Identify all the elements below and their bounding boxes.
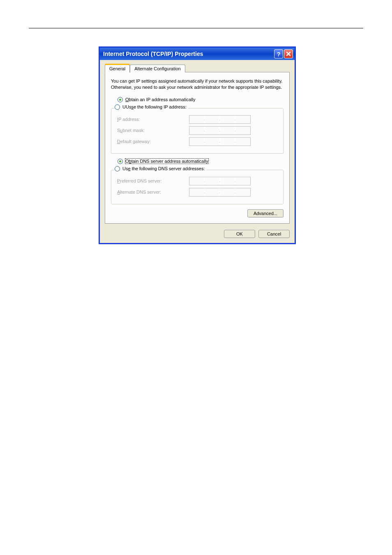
radio-icon xyxy=(115,166,120,171)
advanced-button[interactable]: Advanced... xyxy=(247,209,284,217)
dialog-footer: OK Cancel xyxy=(105,230,290,238)
preferred-dns-input[interactable]: ... xyxy=(189,177,251,185)
description-text: You can get IP settings assigned automat… xyxy=(111,78,284,90)
dns-group: Use the following DNS server addresses: … xyxy=(111,170,284,204)
radio-obtain-ip-auto[interactable]: Obtain an IP address automatically xyxy=(118,97,284,102)
tab-panel-general: You can get IP settings assigned automat… xyxy=(105,72,290,224)
alternate-dns-row: Alternate DNS server: ... xyxy=(117,188,277,197)
ip-address-row: IP address: ... xyxy=(117,115,277,124)
subnet-mask-label: Subnet mask: xyxy=(117,128,189,133)
radio-label: Obtain DNS server address automatically xyxy=(125,159,208,164)
close-button[interactable] xyxy=(284,49,293,58)
default-gateway-row: Default gateway: ... xyxy=(117,137,277,146)
radio-icon xyxy=(118,97,123,102)
default-gateway-input[interactable]: ... xyxy=(189,137,251,146)
titlebar[interactable]: Internet Protocol (TCP/IP) Properties ? xyxy=(100,48,295,60)
page-horizontal-rule xyxy=(29,28,363,28)
cancel-button[interactable]: Cancel xyxy=(258,230,290,238)
help-button[interactable]: ? xyxy=(274,49,283,58)
subnet-mask-input[interactable]: ... xyxy=(189,126,251,135)
ip-address-group: UUsse the following IP address:e the fol… xyxy=(111,108,284,154)
tcp-ip-properties-dialog: Internet Protocol (TCP/IP) Properties ? … xyxy=(99,46,296,244)
radio-use-following-ip[interactable]: UUsse the following IP address:e the fol… xyxy=(115,104,188,110)
tab-alternate-configuration[interactable]: Alternate Configuration xyxy=(130,65,185,72)
ip-address-label: IP address: xyxy=(117,117,189,122)
advanced-row: Advanced... xyxy=(111,209,284,217)
tab-general[interactable]: General xyxy=(105,65,130,73)
radio-label: UUsse the following IP address:e the fol… xyxy=(122,104,187,109)
radio-icon xyxy=(115,104,120,110)
ok-button[interactable]: OK xyxy=(224,230,255,238)
titlebar-text: Internet Protocol (TCP/IP) Properties xyxy=(103,51,273,57)
alternate-dns-input[interactable]: ... xyxy=(189,188,251,197)
radio-label: Obtain an IP address automatically xyxy=(125,97,195,102)
preferred-dns-label: Preferred DNS server: xyxy=(117,178,189,183)
radio-label: Use the following DNS server addresses: xyxy=(122,166,205,171)
dialog-body: General Alternate Configuration You can … xyxy=(100,60,295,243)
default-gateway-label: Default gateway: xyxy=(117,139,189,144)
radio-icon xyxy=(118,159,123,164)
subnet-mask-row: Subnet mask: ... xyxy=(117,126,277,135)
tab-strip: General Alternate Configuration xyxy=(105,64,290,72)
close-icon xyxy=(286,51,291,56)
ip-address-input[interactable]: ... xyxy=(189,115,251,124)
radio-use-following-dns[interactable]: Use the following DNS server addresses: xyxy=(115,166,207,171)
radio-obtain-dns-auto[interactable]: Obtain DNS server address automatically xyxy=(118,159,284,164)
preferred-dns-row: Preferred DNS server: ... xyxy=(117,177,277,185)
alternate-dns-label: Alternate DNS server: xyxy=(117,190,189,194)
